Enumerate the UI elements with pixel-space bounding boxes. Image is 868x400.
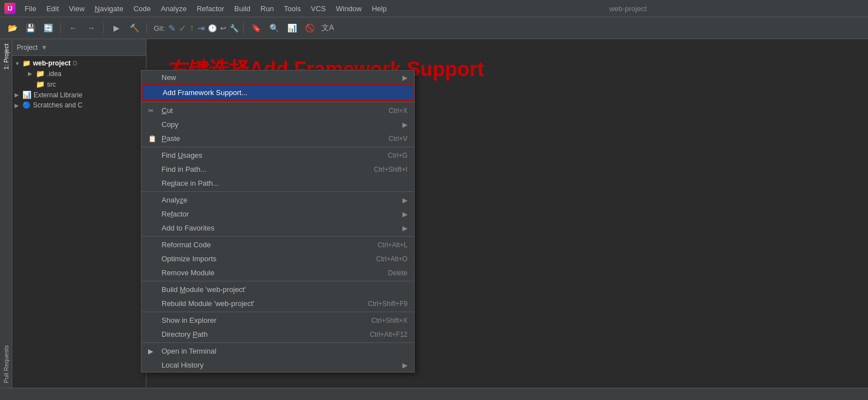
ctx-copy-label: Copy xyxy=(162,120,178,129)
ctx-find-path[interactable]: Find in Path... Ctrl+Shift+I xyxy=(141,162,414,176)
back-btn[interactable]: ← xyxy=(65,20,81,36)
menu-analyze[interactable]: Analyze xyxy=(156,3,191,15)
ctx-local-history-arrow: ▶ xyxy=(402,361,407,369)
ctx-sep-3 xyxy=(141,191,414,192)
tree-ext-libs[interactable]: ▶ 📊 External Librarie xyxy=(12,90,146,100)
ctx-copy[interactable]: Copy ▶ xyxy=(141,117,414,131)
ctx-directory-path[interactable]: Directory Path Ctrl+Alt+F12 xyxy=(141,327,414,341)
ctx-remove-module[interactable]: Remove Module Delete xyxy=(141,266,414,280)
git-fetch-icon[interactable]: ✎ xyxy=(168,23,176,34)
ctx-optimize[interactable]: Optimize Imports Ctrl+Alt+O xyxy=(141,252,414,266)
idea-folder-icon: 📁 xyxy=(36,69,45,78)
ctx-new-arrow: ▶ xyxy=(402,74,407,82)
toolbar-sep-2 xyxy=(103,22,104,34)
menu-file[interactable]: File xyxy=(20,3,41,15)
ctx-build-module-label: Build Module 'web-project' xyxy=(162,285,246,294)
tree-src[interactable]: ▶ 📁 src xyxy=(12,79,146,90)
run-config-btn[interactable]: ▶ xyxy=(108,20,124,36)
ctx-open-terminal[interactable]: ▶ Open in Terminal xyxy=(141,344,414,358)
ctx-optimize-label: Optimize Imports xyxy=(162,255,216,263)
ctx-paste[interactable]: 📋 Paste Ctrl+V xyxy=(141,131,414,145)
ctx-sep-1 xyxy=(141,102,414,102)
bookmark-btn[interactable]: 🔖 xyxy=(248,20,264,36)
ctx-refactor-arrow: ▶ xyxy=(402,210,407,218)
tree-extlibs-label: External Librarie xyxy=(34,91,82,99)
ctx-new-label: New xyxy=(162,73,176,82)
git-revert-icon[interactable]: ↩ xyxy=(220,24,226,32)
menu-code[interactable]: Code xyxy=(129,3,155,15)
ctx-analyze-arrow: ▶ xyxy=(402,196,407,204)
search-everywhere-btn[interactable]: 🔍 xyxy=(266,20,282,36)
toolbar-sep-3 xyxy=(146,22,147,34)
tree-arrow-src: ▶ xyxy=(28,81,36,87)
menu-edit[interactable]: Edit xyxy=(42,3,63,15)
git-label: Git: xyxy=(154,24,165,32)
ctx-local-history[interactable]: Local History ▶ xyxy=(141,358,414,372)
ctx-new[interactable]: New ▶ xyxy=(141,70,414,84)
ctx-replace-path[interactable]: Replace in Path... xyxy=(141,176,414,190)
forward-btn[interactable]: → xyxy=(83,20,99,36)
menu-build[interactable]: Build xyxy=(230,3,255,15)
ctx-rebuild-module-shortcut: Ctrl+Shift+F9 xyxy=(368,300,407,308)
menu-help[interactable]: Help xyxy=(367,3,391,15)
toolbar-sep-1 xyxy=(60,22,61,34)
ctx-refactor-label: Refactor xyxy=(162,210,189,218)
open-btn[interactable]: 📂 xyxy=(4,20,20,36)
tab-pull-requests[interactable]: Pull Requests xyxy=(1,341,11,388)
menu-run[interactable]: Run xyxy=(256,3,278,15)
tree-scratches[interactable]: ▶ 🔵 Scratches and C xyxy=(12,100,146,110)
ctx-find-usages[interactable]: Find Usages Ctrl+G xyxy=(141,148,414,162)
ctx-refactor[interactable]: Refactor ▶ xyxy=(141,207,414,221)
menu-vcs[interactable]: VCS xyxy=(306,3,330,15)
menu-navigate[interactable]: Navigate xyxy=(90,3,127,15)
ctx-reformat[interactable]: Reformat Code Ctrl+Alt+L xyxy=(141,238,414,252)
ctx-rebuild-module[interactable]: Rebuild Module 'web-project' Ctrl+Shift+… xyxy=(141,297,414,310)
ctx-cut-shortcut: Ctrl+X xyxy=(388,107,407,115)
ctx-show-explorer-shortcut: Ctrl+Shift+X xyxy=(371,317,407,324)
translate-btn[interactable]: 文A xyxy=(320,20,335,36)
save-btn[interactable]: 💾 xyxy=(22,20,38,36)
ctx-paste-icon: 📋 xyxy=(148,135,159,143)
git-check-icon[interactable]: ✓ xyxy=(179,23,186,34)
sync-btn[interactable]: 🔄 xyxy=(40,20,56,36)
git-history-icon[interactable]: 🕐 xyxy=(208,24,217,32)
git-merge-icon[interactable]: ⇥ xyxy=(197,23,205,34)
tab-project[interactable]: 1: Project xyxy=(1,39,11,74)
ctx-paste-shortcut: Ctrl+V xyxy=(388,135,407,143)
menu-refactor[interactable]: Refactor xyxy=(192,3,229,15)
ctx-show-explorer[interactable]: Show in Explorer Ctrl+Shift+X xyxy=(141,313,414,327)
chart-btn[interactable]: 📊 xyxy=(284,20,300,36)
ctx-find-usages-label: Find Usages xyxy=(162,151,202,159)
tree-root[interactable]: ▼ 📁 web-project D xyxy=(12,58,146,68)
menu-bar: IJ File Edit View Navigate Code Analyze … xyxy=(0,0,868,17)
project-panel: Project ▼ ▼ 📁 web-project D ▶ 📁 .idea ▶ … xyxy=(12,39,146,388)
ctx-analyze-label: Analyze xyxy=(162,196,187,204)
ctx-open-terminal-icon: ▶ xyxy=(148,347,159,355)
ctx-directory-path-label: Directory Path xyxy=(162,330,207,338)
project-tree: ▼ 📁 web-project D ▶ 📁 .idea ▶ 📁 src ▶ 📊 xyxy=(12,56,146,388)
menu-view[interactable]: View xyxy=(64,3,89,15)
ctx-directory-path-shortcut: Ctrl+Alt+F12 xyxy=(370,331,407,338)
menu-tools[interactable]: Tools xyxy=(279,3,305,15)
project-panel-header: Project ▼ xyxy=(12,39,146,56)
ctx-paste-label: Paste xyxy=(162,134,180,143)
ctx-remove-module-shortcut: Delete xyxy=(388,269,407,277)
tree-arrow-root: ▼ xyxy=(15,60,22,67)
git-push-icon[interactable]: ↑ xyxy=(189,23,194,33)
menu-window[interactable]: Window xyxy=(331,3,366,15)
no-icon[interactable]: 🚫 xyxy=(302,20,317,36)
project-label: Project xyxy=(17,44,37,51)
ctx-build-module[interactable]: Build Module 'web-project' xyxy=(141,283,414,297)
project-dropdown-icon[interactable]: ▼ xyxy=(41,44,48,51)
ctx-analyze[interactable]: Analyze ▶ xyxy=(141,193,414,207)
git-settings-icon[interactable]: 🔧 xyxy=(230,24,239,32)
git-section: Git: ✎ ✓ ↑ ⇥ 🕐 ↩ 🔧 xyxy=(154,23,239,34)
build-btn[interactable]: 🔨 xyxy=(126,20,142,36)
ctx-sep-7 xyxy=(141,342,414,343)
tree-root-badge: D xyxy=(73,60,77,67)
ctx-favorites[interactable]: Add to Favorites ▶ xyxy=(141,221,414,235)
ctx-cut[interactable]: ✂ Cut Ctrl+X xyxy=(141,103,414,117)
ctx-add-framework[interactable]: Add Framework Support... xyxy=(141,84,414,101)
context-menu: New ▶ Add Framework Support... ✂ Cut Ctr… xyxy=(141,70,415,373)
tree-idea[interactable]: ▶ 📁 .idea xyxy=(12,68,146,79)
